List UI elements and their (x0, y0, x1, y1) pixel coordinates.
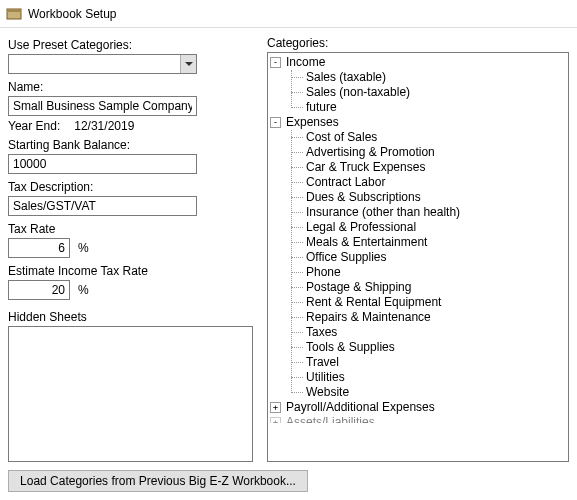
tree-leaf[interactable]: Utilities (286, 370, 566, 385)
tree-leaf[interactable]: Car & Truck Expenses (286, 160, 566, 175)
tree-leaf[interactable]: Sales (taxable) (286, 70, 566, 85)
load-categories-button[interactable]: Load Categories from Previous Big E-Z Wo… (8, 470, 308, 492)
starting-balance-input[interactable] (8, 154, 197, 174)
tree-node-label: Payroll/Additional Expenses (286, 400, 435, 415)
estimate-income-tax-input[interactable] (8, 280, 70, 300)
tree-leaf-label: Dues & Subscriptions (306, 190, 421, 205)
window-title: Workbook Setup (28, 7, 117, 21)
tree-node-assets[interactable]: +Assets/Liabilities (270, 415, 566, 423)
tree-node-payroll[interactable]: +Payroll/Additional Expenses (270, 400, 566, 415)
tree-leaf[interactable]: Meals & Entertainment (286, 235, 566, 250)
categories-label: Categories: (267, 36, 569, 50)
tree-leaf-label: Cost of Sales (306, 130, 377, 145)
expand-icon[interactable]: + (270, 417, 281, 423)
tree-leaf-label: Tools & Supplies (306, 340, 395, 355)
tree-leaf-label: Insurance (other than health) (306, 205, 460, 220)
collapse-icon[interactable]: - (270, 57, 281, 68)
tree-leaf-label: Meals & Entertainment (306, 235, 427, 250)
tree-leaf[interactable]: Tools & Supplies (286, 340, 566, 355)
titlebar: Workbook Setup (0, 0, 577, 28)
preset-categories-value[interactable] (8, 54, 197, 74)
tax-rate-percent: % (78, 241, 89, 255)
tree-leaf[interactable]: Website (286, 385, 566, 400)
year-end-value: 12/31/2019 (74, 119, 134, 133)
tree-leaf[interactable]: Insurance (other than health) (286, 205, 566, 220)
tree-leaf[interactable]: Sales (non-taxable) (286, 85, 566, 100)
estimate-income-tax-label: Estimate Income Tax Rate (8, 264, 253, 278)
tree-leaf[interactable]: Cost of Sales (286, 130, 566, 145)
tree-leaf-label: Legal & Professional (306, 220, 416, 235)
tree-leaf-label: Car & Truck Expenses (306, 160, 425, 175)
starting-balance-label: Starting Bank Balance: (8, 138, 253, 152)
year-end-label: Year End: (8, 119, 60, 133)
collapse-icon[interactable]: - (270, 117, 281, 128)
preset-categories-dropdown-button[interactable] (180, 55, 196, 73)
tree-node-label: Assets/Liabilities (286, 415, 375, 423)
bottom-bar: Load Categories from Previous Big E-Z Wo… (0, 466, 577, 500)
tree-leaf-label: Sales (taxable) (306, 70, 386, 85)
tree-leaf[interactable]: Rent & Rental Equipment (286, 295, 566, 310)
right-column: Categories: -IncomeSales (taxable)Sales … (267, 36, 569, 462)
content-area: Use Preset Categories: Name: Year End: 1… (0, 28, 577, 466)
workbook-setup-window: Workbook Setup Use Preset Categories: Na… (0, 0, 577, 500)
tree-leaf[interactable]: Legal & Professional (286, 220, 566, 235)
tree-leaf-label: Office Supplies (306, 250, 387, 265)
tree-leaf-label: Sales (non-taxable) (306, 85, 410, 100)
tree-leaf[interactable]: Contract Labor (286, 175, 566, 190)
preset-categories-select[interactable] (8, 54, 197, 74)
categories-tree[interactable]: -IncomeSales (taxable)Sales (non-taxable… (267, 52, 569, 462)
tree-node-label: Expenses (286, 115, 339, 130)
preset-categories-label: Use Preset Categories: (8, 38, 253, 52)
tax-description-input[interactable] (8, 196, 197, 216)
hidden-sheets-listbox[interactable] (8, 326, 253, 462)
tax-description-label: Tax Description: (8, 180, 253, 194)
app-icon (6, 6, 22, 22)
tree-leaf[interactable]: Office Supplies (286, 250, 566, 265)
tree-leaf-label: Phone (306, 265, 341, 280)
tree-node-income[interactable]: -IncomeSales (taxable)Sales (non-taxable… (270, 55, 566, 115)
tree-leaf[interactable]: Taxes (286, 325, 566, 340)
tree-leaf[interactable]: Dues & Subscriptions (286, 190, 566, 205)
tax-rate-input[interactable] (8, 238, 70, 258)
tree-leaf-label: Advertising & Promotion (306, 145, 435, 160)
tree-leaf-label: Utilities (306, 370, 345, 385)
tree-leaf-label: Contract Labor (306, 175, 385, 190)
left-column: Use Preset Categories: Name: Year End: 1… (8, 36, 253, 462)
chevron-down-icon (185, 60, 193, 68)
tree-leaf-label: Travel (306, 355, 339, 370)
tree-leaf-label: Website (306, 385, 349, 400)
tree-leaf-label: Taxes (306, 325, 337, 340)
tree-leaf[interactable]: future (286, 100, 566, 115)
tree-leaf[interactable]: Postage & Shipping (286, 280, 566, 295)
tree-leaf-label: Rent & Rental Equipment (306, 295, 441, 310)
hidden-sheets-label: Hidden Sheets (8, 310, 253, 324)
expand-icon[interactable]: + (270, 402, 281, 413)
tree-leaf[interactable]: Phone (286, 265, 566, 280)
tree-leaf[interactable]: Travel (286, 355, 566, 370)
tree-node-expenses[interactable]: -ExpensesCost of SalesAdvertising & Prom… (270, 115, 566, 400)
name-input[interactable] (8, 96, 197, 116)
tree-leaf-label: future (306, 100, 337, 115)
tree-node-label: Income (286, 55, 325, 70)
tax-rate-label: Tax Rate (8, 222, 253, 236)
tree-leaf[interactable]: Advertising & Promotion (286, 145, 566, 160)
name-label: Name: (8, 80, 253, 94)
estimate-income-tax-percent: % (78, 283, 89, 297)
tree-leaf[interactable]: Repairs & Maintenance (286, 310, 566, 325)
tree-leaf-label: Repairs & Maintenance (306, 310, 431, 325)
tree-leaf-label: Postage & Shipping (306, 280, 411, 295)
